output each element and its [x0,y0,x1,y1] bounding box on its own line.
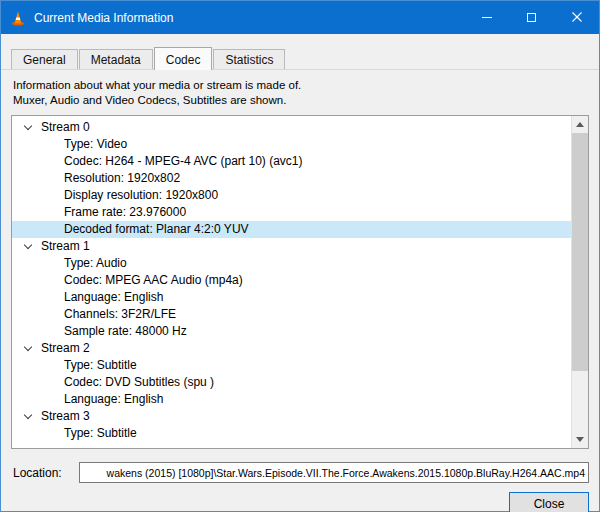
tree-item[interactable]: Codec: DVD Subtitles (spu ) [12,374,571,391]
titlebar[interactable]: Current Media Information [1,1,599,34]
tree-item-label: Codec: DVD Subtitles (spu ) [64,375,214,389]
tree-scrollbar[interactable] [571,116,588,448]
stream-label: Stream 2 [41,341,90,355]
scroll-up-button[interactable] [572,116,588,133]
description-line-2: Muxer, Audio and Video Codecs, Subtitles… [13,93,587,108]
tree-item[interactable]: Display resolution: 1920x800 [12,187,571,204]
scrollbar-thumb[interactable] [572,133,588,371]
tree-item-label: Frame rate: 23.976000 [64,205,186,219]
tab-statistics[interactable]: Statistics [213,49,285,69]
tree-item-label: Resolution: 1920x802 [64,171,180,185]
tab-description: Information about what your media or str… [13,78,587,108]
button-row: Close [1,492,589,512]
description-line-1: Information about what your media or str… [13,78,587,93]
stream-label: Stream 1 [41,239,90,253]
location-label: Location: [13,466,79,480]
tree-item[interactable]: Type: Video [12,136,571,153]
tree-item-label: Type: Audio [64,256,127,270]
tree-item[interactable]: Language: English [12,391,571,408]
minimize-button[interactable] [464,1,509,34]
close-window-button[interactable] [554,1,599,34]
tree-item[interactable]: Codec: MPEG AAC Audio (mp4a) [12,272,571,289]
tab-general[interactable]: General [11,49,78,69]
tree-stream-0[interactable]: Stream 0 [12,119,571,136]
codec-tree-frame: Stream 0Type: VideoCodec: H264 - MPEG-4 … [11,115,589,449]
stream-label: Stream 0 [41,120,90,134]
tab-metadata[interactable]: Metadata [79,49,153,69]
location-row: Location: wakens (2015) [1080p]\Star.War… [13,462,589,483]
tree-item[interactable]: Codec: H264 - MPEG-4 AVC (part 10) (avc1… [12,153,571,170]
tree-item-label: Display resolution: 1920x800 [64,188,218,202]
stream-label: Stream 3 [41,409,90,423]
scroll-down-button[interactable] [572,431,588,448]
tab-bar: General Metadata Codec Statistics [1,47,599,70]
expand-chevron-icon[interactable] [21,119,41,136]
tree-item[interactable]: Sample rate: 48000 Hz [12,323,571,340]
location-value: wakens (2015) [1080p]\Star.Wars.Episode.… [107,467,585,479]
window-controls [464,1,599,34]
maximize-icon [527,13,536,22]
tree-stream-3[interactable]: Stream 3 [12,408,571,425]
tree-item-label: Sample rate: 48000 Hz [64,324,187,338]
tree-item-label: Language: English [64,290,163,304]
tree-item-label: Language: English [64,392,163,406]
media-info-dialog: Current Media Information General Metada… [0,0,600,512]
tree-item[interactable]: Type: Audio [12,255,571,272]
maximize-button[interactable] [509,1,554,34]
tree-item[interactable]: Type: Subtitle [12,357,571,374]
tree-item-label: Type: Video [64,137,127,151]
codec-tree: Stream 0Type: VideoCodec: H264 - MPEG-4 … [12,116,571,448]
tree-stream-1[interactable]: Stream 1 [12,238,571,255]
close-button[interactable]: Close [509,492,589,512]
tree-item[interactable]: Frame rate: 23.976000 [12,204,571,221]
vlc-cone-icon [10,10,26,26]
tree-item-label: Type: Subtitle [64,358,137,372]
expand-chevron-icon[interactable] [21,340,41,357]
expand-chevron-icon[interactable] [21,238,41,255]
window-title: Current Media Information [34,11,464,25]
arrow-down-icon [576,437,584,442]
tree-item-label: Codec: MPEG AAC Audio (mp4a) [64,273,243,287]
arrow-up-icon [576,122,584,127]
tree-item-label: Codec: H264 - MPEG-4 AVC (part 10) (avc1… [64,154,303,168]
tree-item[interactable]: Decoded format: Planar 4:2:0 YUV [12,221,571,238]
tree-item-label: Channels: 3F2R/LFE [64,307,176,321]
tree-item[interactable]: Type: Subtitle [12,425,571,442]
location-field[interactable]: wakens (2015) [1080p]\Star.Wars.Episode.… [79,462,589,483]
expand-chevron-icon[interactable] [21,408,41,425]
tree-stream-2[interactable]: Stream 2 [12,340,571,357]
tab-codec[interactable]: Codec [154,47,213,70]
tree-item[interactable]: Channels: 3F2R/LFE [12,306,571,323]
tree-item-label: Type: Subtitle [64,426,137,440]
scrollbar-track[interactable] [572,133,588,431]
tree-item[interactable]: Resolution: 1920x802 [12,170,571,187]
tree-item-label: Decoded format: Planar 4:2:0 YUV [64,222,249,236]
close-icon [572,11,582,25]
minimize-icon [482,17,492,18]
tree-item[interactable]: Language: English [12,289,571,306]
